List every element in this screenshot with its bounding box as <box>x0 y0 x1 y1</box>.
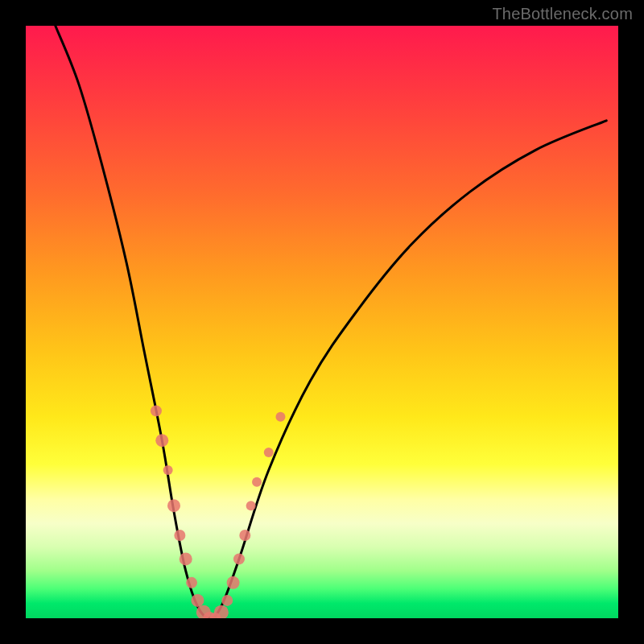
scatter-dot <box>214 605 229 618</box>
scatter-dot <box>233 553 245 564</box>
scatter-dot <box>239 530 250 541</box>
scatter-dot <box>167 499 180 512</box>
scatter-dot <box>264 448 274 457</box>
scatter-dot <box>155 434 168 447</box>
chart-svg <box>26 26 618 618</box>
chart-frame: TheBottleneck.com <box>0 0 644 644</box>
scatter-dot <box>186 577 197 588</box>
scatter-dot <box>227 576 240 589</box>
scatter-dot <box>151 405 162 416</box>
bottleneck-curve <box>56 26 606 618</box>
watermark-text: TheBottleneck.com <box>492 5 633 23</box>
scatter-dot <box>180 552 192 565</box>
scatter-layer <box>151 405 286 618</box>
scatter-dot <box>275 412 285 422</box>
scatter-dot <box>191 594 204 607</box>
scatter-dot <box>246 501 256 510</box>
scatter-dot <box>252 477 262 487</box>
scatter-dot <box>163 465 173 475</box>
scatter-dot <box>221 595 233 606</box>
plot-area <box>26 26 618 618</box>
curve-layer <box>56 26 606 618</box>
scatter-dot <box>174 530 185 541</box>
